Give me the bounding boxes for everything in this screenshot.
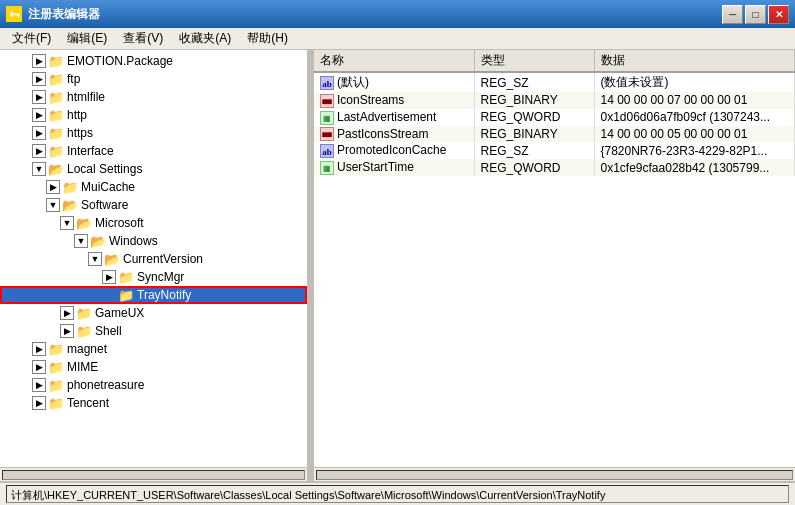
expand-icon-currentversion[interactable]: ▼ [88, 252, 102, 266]
tree-item-mime[interactable]: ▶ 📁 MIME [0, 358, 307, 376]
folder-icon-magnet: 📁 [48, 342, 64, 357]
tree-item-ftp[interactable]: ▶ 📁 ftp [0, 70, 307, 88]
tree-label-muicache: MuiCache [81, 180, 135, 194]
expand-icon-mime[interactable]: ▶ [32, 360, 46, 374]
reg-icon-qword: ▦ [320, 161, 334, 175]
expand-icon-interface[interactable]: ▶ [32, 144, 46, 158]
tree-item-emotion[interactable]: ▶ 📁 EMOTION.Package [0, 52, 307, 70]
folder-icon-syncmgr: 📁 [118, 270, 134, 285]
tree-item-https[interactable]: ▶ 📁 https [0, 124, 307, 142]
cell-data: 0x1d06d06a7fb09cf (1307243... [594, 109, 795, 126]
minimize-button[interactable]: ─ [722, 5, 743, 24]
cell-name: ▦LastAdvertisement [314, 109, 474, 126]
menu-file[interactable]: 文件(F) [4, 28, 59, 49]
tree-item-muicache[interactable]: ▶ 📁 MuiCache [0, 178, 307, 196]
table-row[interactable]: ab(默认) REG_SZ (数值未设置) [314, 72, 795, 92]
folder-icon-gameux: 📁 [76, 306, 92, 321]
tree-label-http: http [67, 108, 87, 122]
reg-icon-ab: ab [320, 144, 334, 158]
menu-bar: 文件(F) 编辑(E) 查看(V) 收藏夹(A) 帮助(H) [0, 28, 795, 50]
tree-hscroll[interactable] [0, 467, 307, 481]
tree-item-tencent[interactable]: ▶ 📁 Tencent [0, 394, 307, 412]
col-header-type[interactable]: 类型 [474, 50, 594, 72]
menu-edit[interactable]: 编辑(E) [59, 28, 115, 49]
table-row[interactable]: ▦UserStartTime REG_QWORD 0x1cfe9cfaa028b… [314, 159, 795, 176]
tree-item-syncmgr[interactable]: ▶ 📁 SyncMgr [0, 268, 307, 286]
expand-icon-windows[interactable]: ▼ [74, 234, 88, 248]
title-bar-text: 注册表编辑器 [28, 6, 722, 23]
folder-icon-ftp: 📁 [48, 72, 64, 87]
cell-name: abPromotedIconCache [314, 142, 474, 159]
expand-icon-magnet[interactable]: ▶ [32, 342, 46, 356]
tree-label-interface: Interface [67, 144, 114, 158]
tree-item-traynotify[interactable]: 📁 TrayNotify [0, 286, 307, 304]
table-row[interactable]: abPromotedIconCache REG_SZ {7820NR76-23R… [314, 142, 795, 159]
tree-label-software: Software [81, 198, 128, 212]
tree-label-tencent: Tencent [67, 396, 109, 410]
cell-data: 14 00 00 00 07 00 00 00 01 [594, 92, 795, 109]
cell-type: REG_BINARY [474, 126, 594, 143]
expand-icon-ftp[interactable]: ▶ [32, 72, 46, 86]
tree-label-shell: Shell [95, 324, 122, 338]
expand-icon-software[interactable]: ▼ [46, 198, 60, 212]
col-header-data[interactable]: 数据 [594, 50, 795, 72]
maximize-button[interactable]: □ [745, 5, 766, 24]
expand-icon-syncmgr[interactable]: ▶ [102, 270, 116, 284]
right-hscroll[interactable] [314, 467, 795, 481]
expand-icon-localsettings[interactable]: ▼ [32, 162, 46, 176]
tree-item-windows[interactable]: ▼ 📂 Windows [0, 232, 307, 250]
cell-data: 14 00 00 00 05 00 00 00 01 [594, 126, 795, 143]
cell-type: REG_BINARY [474, 92, 594, 109]
folder-icon-mime: 📁 [48, 360, 64, 375]
tree-item-microsoft[interactable]: ▼ 📂 Microsoft [0, 214, 307, 232]
cell-data: {7820NR76-23R3-4229-82P1... [594, 142, 795, 159]
tree-label-https: https [67, 126, 93, 140]
registry-table: 名称 类型 数据 ab(默认) REG_SZ (数值未设置) ■■IconStr… [314, 50, 795, 176]
table-row[interactable]: ▦LastAdvertisement REG_QWORD 0x1d06d06a7… [314, 109, 795, 126]
cell-name: ▦UserStartTime [314, 159, 474, 176]
tree-item-http[interactable]: ▶ 📁 http [0, 106, 307, 124]
folder-icon-traynotify: 📁 [118, 288, 134, 303]
expand-icon-microsoft[interactable]: ▼ [60, 216, 74, 230]
table-row[interactable]: ■■PastIconsStream REG_BINARY 14 00 00 00… [314, 126, 795, 143]
tree-item-software[interactable]: ▼ 📂 Software [0, 196, 307, 214]
cell-name: ■■PastIconsStream [314, 126, 474, 143]
tree-label-mime: MIME [67, 360, 98, 374]
expand-icon-http[interactable]: ▶ [32, 108, 46, 122]
tree-label-magnet: magnet [67, 342, 107, 356]
tree-item-shell[interactable]: ▶ 📁 Shell [0, 322, 307, 340]
status-bar-path: 计算机\HKEY_CURRENT_USER\Software\Classes\L… [6, 485, 789, 503]
tree-item-htmlfile[interactable]: ▶ 📁 htmlfile [0, 88, 307, 106]
menu-favorites[interactable]: 收藏夹(A) [171, 28, 239, 49]
tree-item-interface[interactable]: ▶ 📁 Interface [0, 142, 307, 160]
menu-view[interactable]: 查看(V) [115, 28, 171, 49]
expand-icon-htmlfile[interactable]: ▶ [32, 90, 46, 104]
tree-label-gameux: GameUX [95, 306, 144, 320]
expand-icon-muicache[interactable]: ▶ [46, 180, 60, 194]
expand-icon-phonetreasure[interactable]: ▶ [32, 378, 46, 392]
expand-icon-emotion[interactable]: ▶ [32, 54, 46, 68]
expand-icon-gameux[interactable]: ▶ [60, 306, 74, 320]
folder-icon-htmlfile: 📁 [48, 90, 64, 105]
menu-help[interactable]: 帮助(H) [239, 28, 296, 49]
folder-icon-http: 📁 [48, 108, 64, 123]
tree-item-currentversion[interactable]: ▼ 📂 CurrentVersion [0, 250, 307, 268]
folder-icon-phonetreasure: 📁 [48, 378, 64, 393]
tree-item-phonetreasure[interactable]: ▶ 📁 phonetreasure [0, 376, 307, 394]
right-scroll[interactable]: 名称 类型 数据 ab(默认) REG_SZ (数值未设置) ■■IconStr… [314, 50, 795, 467]
expand-icon-shell[interactable]: ▶ [60, 324, 74, 338]
folder-icon-localsettings: 📂 [48, 162, 64, 177]
tree-label-microsoft: Microsoft [95, 216, 144, 230]
expand-icon-tencent[interactable]: ▶ [32, 396, 46, 410]
tree-item-gameux[interactable]: ▶ 📁 GameUX [0, 304, 307, 322]
tree-scroll[interactable]: ▶ 📁 EMOTION.Package ▶ 📁 ftp ▶ 📁 htmlfile [0, 50, 307, 467]
close-button[interactable]: ✕ [768, 5, 789, 24]
col-header-name[interactable]: 名称 [314, 50, 474, 72]
tree-item-localsettings[interactable]: ▼ 📂 Local Settings [0, 160, 307, 178]
expand-icon-https[interactable]: ▶ [32, 126, 46, 140]
folder-icon-software: 📂 [62, 198, 78, 213]
reg-icon-qword: ▦ [320, 111, 334, 125]
cell-name: ■■IconStreams [314, 92, 474, 109]
table-row[interactable]: ■■IconStreams REG_BINARY 14 00 00 00 07 … [314, 92, 795, 109]
tree-item-magnet[interactable]: ▶ 📁 magnet [0, 340, 307, 358]
